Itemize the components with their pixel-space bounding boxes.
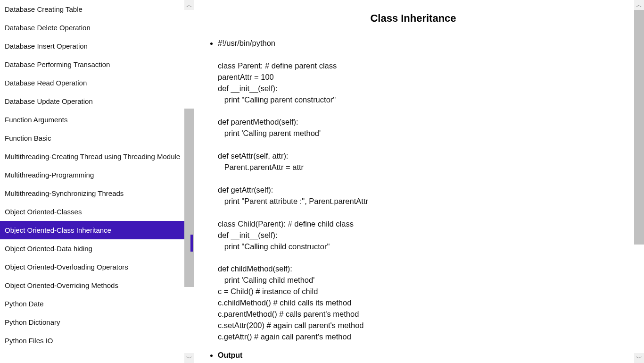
sidebar-item-label: Python Date: [5, 300, 44, 308]
output-list-item: Output: [218, 351, 620, 360]
sidebar-item-label: Multithreading-Programming: [5, 171, 94, 179]
sidebar-item[interactable]: Python Dictionary: [0, 313, 184, 331]
sidebar-item[interactable]: Database Performing Transaction: [0, 55, 184, 74]
sidebar-item[interactable]: Database Update Operation: [0, 92, 184, 110]
sidebar-item[interactable]: Multithreading-Synchronizing Threads: [0, 184, 184, 203]
sidebar-item-label: Object Oriented-Class Inheritance: [5, 226, 111, 234]
sidebar-item[interactable]: Database Delete Operation: [0, 18, 184, 37]
sidebar-item-label: Object Oriented-Overloading Operators: [5, 263, 128, 271]
sidebar-item-label: Function Arguments: [5, 116, 67, 124]
sidebar: Database Creating TableDatabase Delete O…: [0, 0, 184, 363]
sidebar-item-label: Database Creating Table: [5, 5, 83, 13]
output-label: Output: [218, 351, 242, 359]
content-container: Class Inheritance #!/usr/bin/python clas…: [194, 0, 644, 363]
sidebar-item-label: Database Performing Transaction: [5, 60, 110, 68]
sidebar-item-label: Object Oriented-Classes: [5, 208, 82, 216]
sidebar-item-label: Function Basic: [5, 134, 51, 142]
sidebar-scroll-thumb[interactable]: [184, 109, 194, 287]
sidebar-item[interactable]: Database Read Operation: [0, 74, 184, 92]
sidebar-item-label: Python Files IO: [5, 337, 53, 345]
sidebar-container: Database Creating TableDatabase Delete O…: [0, 0, 194, 363]
code-block: #!/usr/bin/python class Parent: # define…: [218, 38, 620, 343]
sidebar-item[interactable]: Object Oriented-Overloading Operators: [0, 258, 184, 276]
sidebar-item-label: Object Oriented-Overriding Methods: [5, 281, 118, 289]
sidebar-scrollbar[interactable]: ︿ ﹀: [184, 0, 194, 363]
sidebar-item-label: Object Oriented-Data hiding: [5, 245, 92, 253]
sidebar-item-label: Database Insert Operation: [5, 42, 88, 50]
sidebar-item-label: Database Delete Operation: [5, 24, 91, 32]
sidebar-item[interactable]: Database Insert Operation: [0, 37, 184, 55]
sidebar-item[interactable]: Database Creating Table: [0, 0, 184, 18]
sidebar-item-label: Python Dictionary: [5, 318, 60, 326]
sidebar-item[interactable]: Python Files IO: [0, 331, 184, 350]
sidebar-item[interactable]: Object Oriented-Overriding Methods: [0, 276, 184, 295]
content: Class Inheritance #!/usr/bin/python clas…: [194, 0, 634, 363]
sidebar-item[interactable]: Function Basic: [0, 129, 184, 147]
sidebar-item[interactable]: Python Date: [0, 295, 184, 313]
sidebar-selection-accent: [190, 235, 193, 252]
sidebar-item[interactable]: Multithreading-Creating Thread using Thr…: [0, 147, 184, 166]
sidebar-item[interactable]: Object Oriented-Classes: [0, 203, 184, 221]
app-root: Database Creating TableDatabase Delete O…: [0, 0, 644, 363]
sidebar-item[interactable]: Object Oriented-Class Inheritance: [0, 221, 184, 239]
sidebar-item-label: Multithreading-Synchronizing Threads: [5, 189, 124, 197]
code-list-item: #!/usr/bin/python class Parent: # define…: [218, 38, 620, 343]
sidebar-item-label: Database Update Operation: [5, 97, 93, 105]
scroll-up-icon[interactable]: ︿: [634, 0, 644, 10]
scroll-down-icon[interactable]: ﹀: [184, 353, 194, 363]
scroll-down-icon[interactable]: ﹀: [634, 353, 644, 363]
page-title: Class Inheritance: [206, 12, 620, 25]
content-scroll-thumb[interactable]: [634, 10, 644, 245]
sidebar-item[interactable]: Multithreading-Programming: [0, 166, 184, 184]
sidebar-item[interactable]: Object Oriented-Data hiding: [0, 239, 184, 258]
sidebar-item-label: Multithreading-Creating Thread using Thr…: [5, 152, 180, 160]
content-scrollbar[interactable]: ︿ ﹀: [634, 0, 644, 363]
scroll-up-icon[interactable]: ︿: [184, 0, 194, 10]
content-list: #!/usr/bin/python class Parent: # define…: [206, 38, 620, 360]
sidebar-item[interactable]: Function Arguments: [0, 110, 184, 129]
sidebar-item-label: Database Read Operation: [5, 79, 87, 87]
